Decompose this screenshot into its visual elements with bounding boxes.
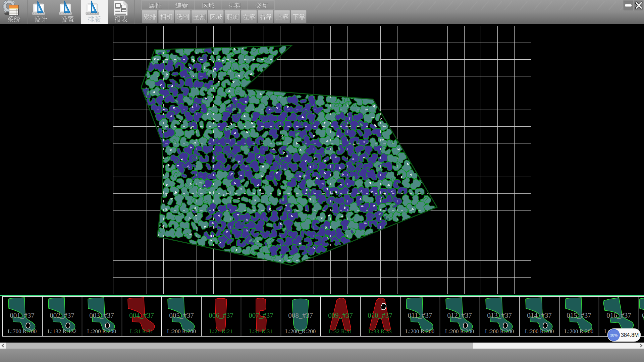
svg-text:384.8M: 384.8M bbox=[621, 332, 639, 338]
svg-text:L:21 R:21: L:21 R:21 bbox=[209, 328, 232, 335]
svg-text:012_#37: 012_#37 bbox=[447, 311, 472, 319]
svg-text:L:200 R:200: L:200 R:200 bbox=[167, 328, 196, 335]
svg-text:L:200 R:200: L:200 R:200 bbox=[406, 328, 434, 335]
svg-text:004_#37: 004_#37 bbox=[129, 311, 154, 319]
svg-text:006_#37: 006_#37 bbox=[209, 311, 233, 319]
svg-text:0: 0 bbox=[642, 311, 644, 319]
svg-text:009_#37: 009_#37 bbox=[328, 311, 353, 319]
svg-text:L:32 R:31: L:32 R:31 bbox=[329, 328, 352, 335]
svg-text:L:200 R:200: L:200 R:200 bbox=[525, 328, 554, 335]
svg-text:011_#37: 011_#37 bbox=[408, 311, 432, 319]
svg-text:L:132 R:132: L:132 R:132 bbox=[48, 328, 76, 335]
svg-text:003_#37: 003_#37 bbox=[89, 311, 114, 319]
svg-text:38%: 38% bbox=[610, 333, 618, 337]
svg-text:015_#37: 015_#37 bbox=[567, 311, 591, 319]
svg-text:L:200 R:200: L:200 R:200 bbox=[445, 328, 474, 335]
svg-text:007_#37: 007_#37 bbox=[249, 311, 273, 319]
svg-text:014_#37: 014_#37 bbox=[527, 311, 552, 319]
svg-text:016_#37: 016_#37 bbox=[606, 311, 631, 319]
svg-text:005_#37: 005_#37 bbox=[169, 311, 194, 319]
svg-text:013_#37: 013_#37 bbox=[487, 311, 512, 319]
svg-text:L:200 R:200: L:200 R:200 bbox=[87, 328, 116, 335]
svg-text:008_#37: 008_#37 bbox=[288, 311, 313, 319]
svg-text:002_#37: 002_#37 bbox=[50, 311, 74, 319]
svg-text:L:33 R:33: L:33 R:33 bbox=[368, 328, 391, 335]
svg-text:L:200 R:200: L:200 R:200 bbox=[485, 328, 514, 335]
svg-text:L:200_R:200: L:200_R:200 bbox=[285, 328, 316, 335]
svg-text:L:200 R:200: L:200 R:200 bbox=[565, 328, 593, 335]
svg-text:L:31 R:31: L:31 R:31 bbox=[130, 328, 153, 335]
svg-text:L:700 R:700: L:700 R:700 bbox=[8, 328, 37, 335]
svg-text:L:31 R:31: L:31 R:31 bbox=[249, 328, 272, 335]
svg-text:010_#37: 010_#37 bbox=[368, 311, 392, 319]
svg-text:001_#37: 001_#37 bbox=[10, 311, 35, 319]
